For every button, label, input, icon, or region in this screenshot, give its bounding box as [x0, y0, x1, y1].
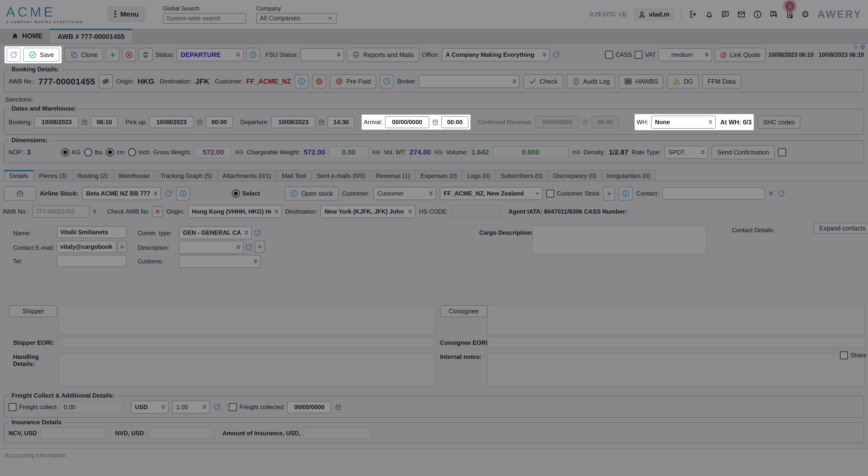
wh-select[interactable]: None — [651, 116, 716, 129]
arrival-date-input[interactable] — [385, 116, 429, 128]
arrival-spotlight: Arrival: — [361, 114, 471, 130]
refresh-button[interactable] — [6, 48, 21, 62]
at-wh-counter: At WH: 0/3 — [720, 119, 752, 126]
arrival-time-input[interactable] — [441, 116, 468, 128]
arrival-label: Arrival: — [364, 119, 382, 126]
awb-page: ACME A COMPANY MAKING EVERYTHING Menu Gl… — [0, 0, 868, 476]
tutorial-dim-overlay — [0, 0, 868, 476]
save-label: Save — [40, 51, 54, 59]
save-spotlight: Save — [4, 46, 62, 64]
double-chevron-icon — [708, 119, 713, 125]
save-button[interactable]: Save — [23, 48, 60, 62]
wh-label: WH: — [637, 119, 649, 126]
refresh-icon — [9, 51, 18, 59]
check-circle-icon — [29, 51, 37, 59]
calendar-icon[interactable] — [432, 119, 439, 126]
warehouse-spotlight: WH: None At WH: 0/3 — [634, 114, 754, 131]
wh-value: None — [655, 119, 670, 126]
